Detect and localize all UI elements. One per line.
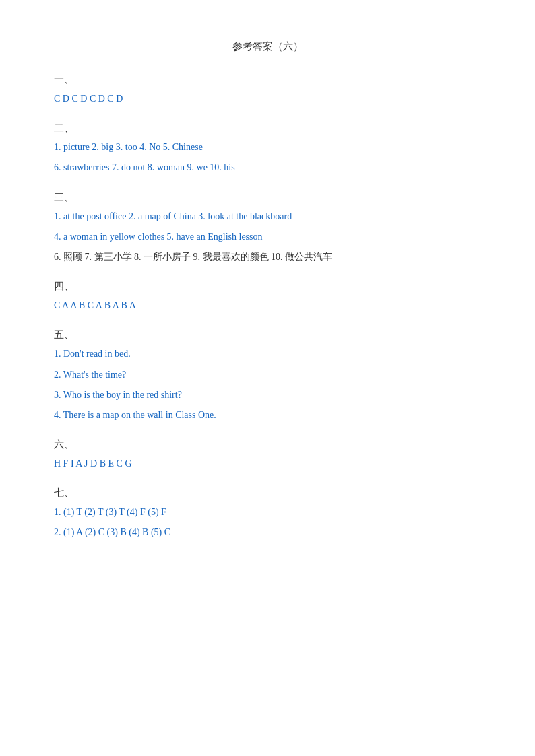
section-five: 五、 1. Don't read in bed. 2. What's the t… [54, 329, 481, 423]
section-seven-row2: 2. (1) A (2) C (3) B (4) B (5) C [54, 524, 481, 541]
section-one-answer: C D C D C D C D [54, 90, 481, 107]
section-two-label: 二、 [54, 122, 481, 135]
section-three-row3: 6. 照顾 7. 第三小学 8. 一所小房子 9. 我最喜欢的颜色 10. 做公… [54, 248, 481, 265]
section-seven: 七、 1. (1) T (2) T (3) T (4) F (5) F 2. (… [54, 487, 481, 541]
section-five-item4: 4. There is a map on the wall in Class O… [54, 407, 481, 423]
section-three-label: 三、 [54, 191, 481, 204]
section-two-row2: 6. strawberries 7. do not 8. woman 9. we… [54, 159, 481, 176]
section-two-row1: 1. picture 2. big 3. too 4. No 5. Chines… [54, 139, 481, 156]
section-two: 二、 1. picture 2. big 3. too 4. No 5. Chi… [54, 122, 481, 176]
section-seven-row1: 1. (1) T (2) T (3) T (4) F (5) F [54, 504, 481, 520]
section-four-answer: C A A B C A B A B A [54, 297, 481, 314]
section-six: 六、 H F I A J D B E C G [54, 438, 481, 472]
section-seven-label: 七、 [54, 487, 481, 500]
section-four: 四、 C A A B C A B A B A [54, 280, 481, 314]
section-five-item2: 2. What's the time? [54, 366, 481, 383]
section-five-label: 五、 [54, 329, 481, 341]
section-three: 三、 1. at the post office 2. a map of Chi… [54, 191, 481, 266]
section-four-label: 四、 [54, 280, 481, 293]
section-one-label: 一、 [54, 73, 481, 86]
section-three-row2: 4. a woman in yellow clothes 5. have an … [54, 228, 481, 245]
section-three-row1: 1. at the post office 2. a map of China … [54, 208, 481, 225]
page-title: 参考答案（六） [54, 40, 481, 53]
section-six-answer: H F I A J D B E C G [54, 455, 481, 472]
section-six-label: 六、 [54, 438, 481, 451]
section-five-item3: 3. Who is the boy in the red shirt? [54, 386, 481, 403]
section-one: 一、 C D C D C D C D [54, 73, 481, 107]
section-five-item1: 1. Don't read in bed. [54, 345, 481, 362]
